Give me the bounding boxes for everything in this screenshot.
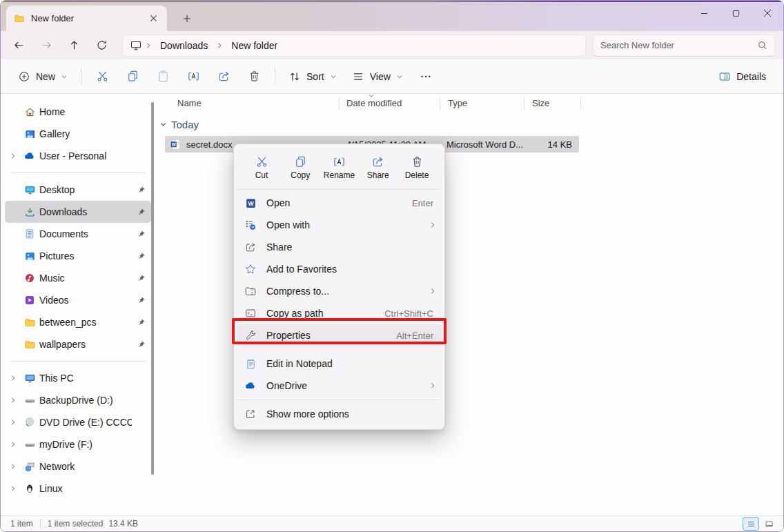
minimize-button[interactable] — [688, 2, 720, 24]
sort-button[interactable]: Sort — [281, 64, 344, 89]
shortcut-label: Enter — [412, 198, 433, 208]
menu-item-open-with[interactable]: Open with — [237, 214, 442, 236]
sidebar-item-network[interactable]: Network — [5, 455, 151, 477]
sidebar-item-mydrive[interactable]: myDrive (F:) — [5, 433, 151, 455]
context-copy-button[interactable]: Copy — [282, 151, 318, 184]
wrench-icon — [244, 329, 257, 342]
status-item-count: 1 item — [10, 519, 33, 529]
group-header-today[interactable]: Today — [159, 119, 199, 130]
back-button[interactable] — [5, 35, 32, 57]
sidebar-item-gallery[interactable]: Gallery — [5, 123, 151, 145]
rename-icon — [333, 155, 346, 168]
status-selection-size: 13.4 KB — [108, 519, 138, 529]
forward-button[interactable] — [32, 35, 60, 57]
menu-item-share[interactable]: Share — [237, 236, 442, 258]
column-header-date-modified[interactable]: Date modified — [346, 98, 402, 108]
search-box — [593, 35, 775, 57]
up-button[interactable] — [60, 35, 88, 57]
menu-item-edit-in-notepad[interactable]: Edit in Notepad — [237, 353, 442, 375]
dvd-drive-icon — [23, 417, 37, 428]
onedrive-cloud-icon — [244, 380, 257, 392]
menu-item-onedrive[interactable]: OneDrive — [237, 375, 442, 397]
context-share-button[interactable]: Share — [360, 151, 396, 184]
menu-item-copy-as-path[interactable]: Copy as path Ctrl+Shift+C — [237, 302, 442, 324]
refresh-button[interactable] — [88, 35, 115, 57]
cut-button[interactable] — [87, 64, 117, 89]
share-icon — [244, 241, 257, 253]
breadcrumb-item-downloads[interactable]: Downloads — [155, 38, 213, 53]
sidebar-item-music[interactable]: Music — [5, 267, 151, 289]
breadcrumb-item-new-folder[interactable]: New folder — [226, 38, 283, 53]
chevron-down-icon — [61, 73, 68, 80]
menu-item-show-more-options[interactable]: Show more options — [237, 403, 442, 425]
sidebar-item-home[interactable]: Home — [5, 101, 151, 123]
sidebar-item-desktop[interactable]: Desktop — [5, 179, 151, 201]
this-pc-icon[interactable] — [130, 39, 142, 52]
expander-chevron-icon[interactable] — [6, 397, 20, 404]
pin-icon — [135, 296, 147, 305]
context-cut-button[interactable]: Cut — [244, 151, 280, 184]
menu-item-properties[interactable]: Properties Alt+Enter — [237, 324, 442, 346]
sidebar-item-downloads[interactable]: Downloads — [5, 201, 151, 223]
sidebar-item-this-pc[interactable]: This PC — [5, 367, 151, 389]
maximize-button[interactable] — [720, 2, 752, 24]
sidebar-item-pictures[interactable]: Pictures — [5, 245, 151, 267]
search-input[interactable] — [600, 40, 752, 50]
documents-icon — [23, 228, 37, 239]
view-button[interactable]: View — [344, 64, 411, 89]
close-button[interactable] — [752, 2, 783, 24]
sidebar-scrollbar[interactable] — [151, 102, 154, 475]
copy-button[interactable] — [117, 64, 148, 89]
sidebar-item-onedrive-personal[interactable]: User - Personal — [5, 145, 151, 167]
menu-item-add-to-favorites[interactable]: Add to Favorites — [237, 258, 442, 280]
explorer-tab[interactable]: New folder — [6, 6, 167, 31]
expander-chevron-icon[interactable] — [6, 375, 20, 382]
expander-chevron-icon[interactable] — [6, 485, 20, 492]
sidebar-item-wallpapers[interactable]: wallpapers — [5, 333, 151, 355]
expander-chevron-icon[interactable] — [6, 152, 20, 159]
icons-view-toggle[interactable] — [761, 518, 776, 530]
sidebar-item-backupdrive[interactable]: BackupDrive (D:) — [5, 389, 151, 411]
copy-as-path-icon — [244, 307, 257, 319]
sort-button-label: Sort — [306, 71, 324, 82]
folder-icon — [23, 339, 37, 351]
new-button[interactable]: New — [10, 64, 75, 89]
sidebar-item-between-pcs[interactable]: between_pcs — [5, 311, 151, 333]
notepad-icon — [244, 358, 257, 370]
submenu-chevron-icon — [427, 288, 436, 295]
more-options-icon[interactable] — [411, 64, 441, 89]
sidebar-item-linux[interactable]: Linux — [5, 477, 151, 500]
submenu-chevron-icon — [427, 221, 436, 228]
file-type: Microsoft Word D... — [447, 139, 523, 150]
expander-chevron-icon[interactable] — [6, 463, 20, 470]
column-header-size[interactable]: Size — [532, 98, 549, 108]
paste-button[interactable] — [148, 64, 178, 89]
new-tab-button[interactable] — [177, 10, 197, 28]
details-pane-button[interactable]: Details — [711, 64, 774, 89]
new-button-label: New — [36, 71, 55, 82]
menu-item-compress-to[interactable]: Compress to... — [237, 280, 442, 302]
linux-penguin-icon — [23, 483, 37, 494]
share-button[interactable] — [208, 64, 239, 89]
sidebar-item-documents[interactable]: Documents — [5, 223, 151, 245]
details-view-toggle[interactable] — [743, 518, 758, 530]
expander-chevron-icon[interactable] — [6, 441, 20, 448]
expander-chevron-icon[interactable] — [6, 419, 20, 426]
delete-button[interactable] — [239, 64, 269, 89]
column-header-type[interactable]: Type — [448, 98, 467, 108]
status-selection: 1 item selected — [48, 519, 104, 529]
breadcrumb-chevron-icon[interactable] — [145, 42, 152, 49]
search-icon[interactable] — [757, 40, 767, 50]
sidebar-item-videos[interactable]: Videos — [5, 289, 151, 311]
sidebar-item-dvd-drive[interactable]: DVD Drive (E:) CCCOMA_X64FR — [5, 411, 151, 433]
word-document-icon: W — [170, 139, 182, 150]
rename-button[interactable] — [178, 64, 208, 89]
column-header-name[interactable]: Name — [177, 98, 202, 108]
context-delete-button[interactable]: Delete — [399, 151, 435, 184]
menu-item-open[interactable]: W Open Enter — [237, 192, 442, 214]
context-quick-actions: Cut Copy Rename Share Delete — [237, 147, 442, 187]
context-rename-button[interactable]: Rename — [322, 151, 357, 184]
breadcrumb: Downloads New folder — [122, 35, 586, 57]
breadcrumb-chevron-icon[interactable] — [216, 42, 223, 49]
tab-close-icon[interactable] — [145, 10, 161, 27]
